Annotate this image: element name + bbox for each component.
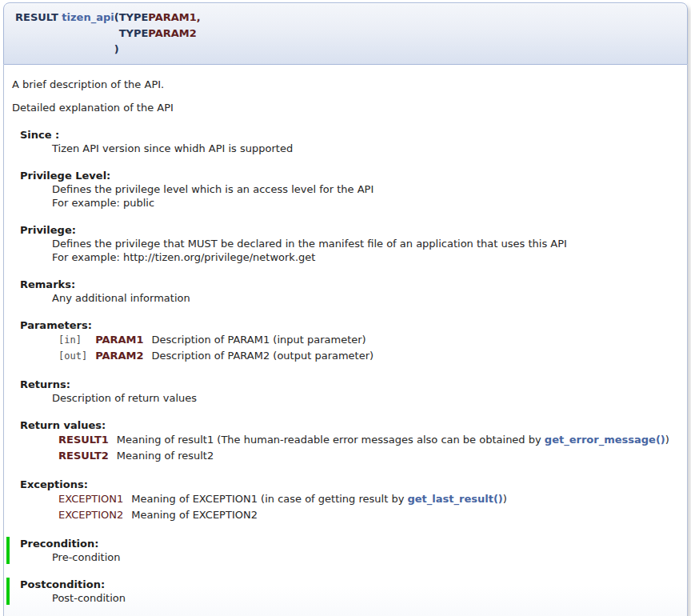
exception-description: Meaning of EXCEPTION1 (in case of gettin… (131, 491, 515, 507)
parameters-table: [in] PARAM1 Description of PARAM1 (input… (58, 332, 381, 364)
section-exceptions: Exceptions: EXCEPTION1 Meaning of EXCEPT… (12, 478, 679, 523)
param-description: Description of PARAM2 (output parameter) (152, 348, 382, 364)
privilege-level-line2: For example: public (52, 196, 679, 210)
section-label-return-values: Return values: (20, 418, 679, 432)
close-paren: ) (114, 42, 119, 58)
section-body-since: Tizen API version since whidh API is sup… (52, 142, 679, 155)
signature-param-type: TYPE (119, 26, 149, 42)
section-label-precondition: Precondition: (20, 537, 679, 550)
section-label-returns: Returns: (20, 378, 679, 391)
get-last-result-link[interactable]: get_last_result() (407, 493, 502, 505)
return-value-description: Meaning of result1 (The human-readable e… (117, 432, 677, 448)
section-body-returns: Description of return values (52, 391, 679, 405)
api-doc-memitem: RESULT tizen_api ( TYPE PARAM1, TYPE PAR… (3, 2, 688, 616)
param-direction: [out] (58, 348, 95, 364)
section-since: Since : Tizen API version since whidh AP… (12, 128, 679, 155)
exception-description: Meaning of EXCEPTION2 (131, 507, 515, 523)
get-error-message-link[interactable]: get_error_message() (545, 434, 665, 446)
signature-param-name: PARAM2 (148, 26, 200, 42)
detailed-description: Detailed explanation of the API (12, 102, 679, 114)
section-return-values: Return values: RESULT1 Meaning of result… (12, 418, 679, 464)
signature-table: RESULT tizen_api ( TYPE PARAM1, TYPE PAR… (15, 10, 201, 58)
return-value-description: Meaning of result2 (117, 448, 677, 464)
brief-description: A brief description of the API. (12, 78, 679, 91)
section-privilege: Privilege: Defines the privilege that MU… (12, 223, 679, 264)
return-value-name: RESULT2 (58, 448, 117, 464)
exceptions-table: EXCEPTION1 Meaning of EXCEPTION1 (in cas… (58, 491, 515, 523)
section-label-privilege: Privilege: (20, 223, 679, 237)
api-doc-body: A brief description of the API. Detailed… (3, 65, 688, 616)
table-row: EXCEPTION1 Meaning of EXCEPTION1 (in cas… (58, 491, 515, 507)
param-name: PARAM1 (95, 332, 151, 348)
param-direction: [in] (58, 332, 95, 348)
table-row: RESULT1 Meaning of result1 (The human-re… (58, 432, 677, 448)
table-row: [out] PARAM2 Description of PARAM2 (outp… (58, 348, 381, 364)
param-name: PARAM2 (95, 348, 151, 364)
open-paren: ( (114, 10, 119, 26)
section-returns: Returns: Description of return values (12, 378, 679, 405)
exception-name: EXCEPTION2 (58, 507, 131, 523)
section-label-parameters: Parameters: (20, 318, 679, 332)
signature-param-name: PARAM1, (148, 10, 200, 26)
signature-row-3: ) (15, 42, 201, 58)
table-row: RESULT2 Meaning of result2 (58, 448, 677, 464)
api-doc-page: RESULT tizen_api ( TYPE PARAM1, TYPE PAR… (3, 2, 688, 616)
section-remarks: Remarks: Any additional information (12, 278, 679, 305)
signature-row-2: TYPE PARAM2 (15, 26, 201, 42)
section-precondition: Precondition: Pre-condition (6, 537, 679, 564)
privilege-level-line1: Defines the privilege level which is an … (52, 182, 679, 196)
param-description: Description of PARAM1 (input parameter) (152, 332, 382, 348)
section-label-privilege-level: Privilege Level: (20, 169, 679, 182)
return-type: RESULT (15, 11, 58, 23)
function-signature: RESULT tizen_api ( TYPE PARAM1, TYPE PAR… (3, 2, 688, 65)
section-parameters: Parameters: [in] PARAM1 Description of P… (12, 318, 679, 364)
section-privilege-level: Privilege Level: Defines the privilege l… (12, 169, 679, 210)
privilege-line1: Defines the privilege that MUST be decla… (52, 237, 679, 250)
table-row: EXCEPTION2 Meaning of EXCEPTION2 (58, 507, 515, 523)
return-values-table: RESULT1 Meaning of result1 (The human-re… (58, 432, 677, 464)
section-body-postcondition: Post-condition (52, 591, 679, 605)
section-body-remarks: Any additional information (52, 291, 679, 305)
section-label-exceptions: Exceptions: (20, 478, 679, 491)
api-name-link[interactable]: tizen_api (62, 11, 114, 23)
table-row: [in] PARAM1 Description of PARAM1 (input… (58, 332, 381, 348)
section-label-since: Since : (20, 128, 679, 142)
exception-name: EXCEPTION1 (58, 491, 131, 507)
section-label-postcondition: Postcondition: (20, 578, 679, 591)
section-postcondition: Postcondition: Post-condition (6, 578, 679, 605)
signature-row-1: RESULT tizen_api ( TYPE PARAM1, (15, 10, 201, 26)
privilege-line2: For example: http://tizen.org/privilege/… (52, 250, 679, 264)
section-label-remarks: Remarks: (20, 278, 679, 291)
return-value-name: RESULT1 (58, 432, 117, 448)
signature-param-type: TYPE (119, 10, 149, 26)
section-body-precondition: Pre-condition (52, 550, 679, 564)
